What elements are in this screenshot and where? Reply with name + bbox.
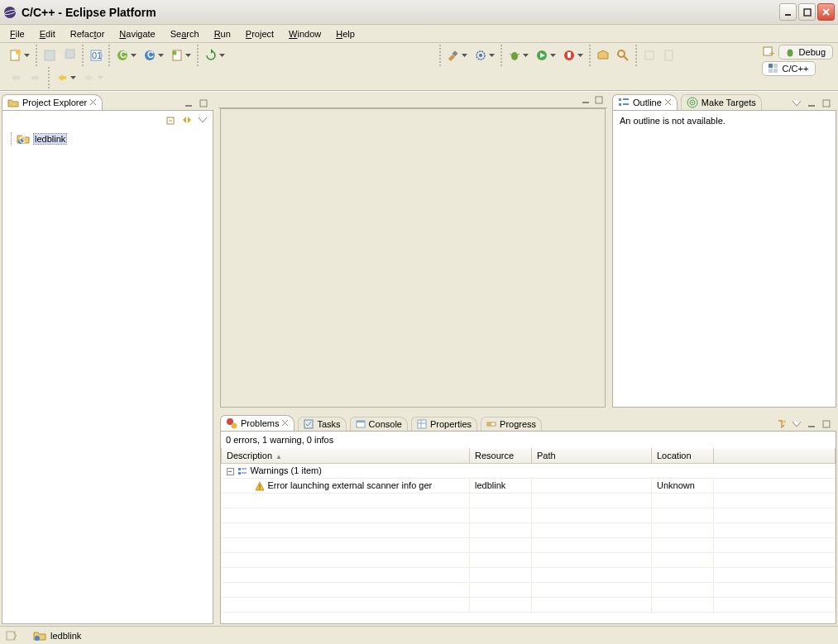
svg-rect-44 <box>200 100 207 107</box>
debug-button[interactable] <box>505 46 531 64</box>
svg-point-84 <box>35 636 40 641</box>
target-icon <box>687 97 698 108</box>
svg-point-63 <box>232 423 237 429</box>
problem-row[interactable]: Error launching external scanner info ge… <box>222 478 836 493</box>
outline-view: An outline is not available. <box>612 110 836 408</box>
open-type-button[interactable] <box>594 46 612 64</box>
svg-text:C: C <box>147 50 154 60</box>
nav-next-button <box>26 69 45 87</box>
svg-rect-38 <box>773 64 778 68</box>
menu-refactor[interactable]: Refactor <box>64 27 112 41</box>
editor-minimize-button[interactable] <box>579 93 592 107</box>
svg-rect-39 <box>769 69 773 73</box>
new-c-class-button[interactable]: C <box>113 46 139 64</box>
minimize-view-button[interactable] <box>182 97 195 110</box>
open-perspective-button[interactable]: + <box>762 45 775 59</box>
tree-item-ledblink[interactable]: C ledblink <box>17 132 209 145</box>
svg-rect-77 <box>238 468 241 470</box>
svg-rect-78 <box>242 468 247 470</box>
tab-properties[interactable]: Properties <box>411 417 477 431</box>
minimize-view-button[interactable] <box>805 97 818 110</box>
status-project-icon <box>33 630 46 642</box>
sort-asc-icon: ▲ <box>275 453 282 460</box>
menu-bar: File Edit Refactor Navigate Search Run P… <box>0 25 838 43</box>
minimize-button[interactable] <box>779 3 797 21</box>
view-menu-button[interactable] <box>196 113 209 126</box>
perspective-switcher: + Debug C/C++ <box>762 45 833 76</box>
tab-outline[interactable]: Outline <box>612 94 678 110</box>
view-menu-button[interactable] <box>790 417 803 431</box>
collapse-toggle[interactable]: − <box>227 468 234 475</box>
tab-progress[interactable]: Progress <box>481 417 542 431</box>
col-resource[interactable]: Resource <box>470 448 532 463</box>
search-button[interactable] <box>614 46 632 64</box>
maximize-view-button[interactable] <box>197 97 210 110</box>
config-button[interactable] <box>472 46 497 64</box>
menu-project[interactable]: Project <box>239 27 280 41</box>
tab-console[interactable]: Console <box>350 417 408 431</box>
col-path[interactable]: Path <box>532 448 652 463</box>
tab-project-explorer[interactable]: Project Explorer <box>2 94 103 110</box>
svg-point-36 <box>787 50 793 57</box>
menu-file[interactable]: File <box>3 27 31 41</box>
refresh-button[interactable] <box>202 46 227 64</box>
close-icon[interactable] <box>90 99 97 106</box>
menu-window[interactable]: Window <box>282 27 328 41</box>
link-editor-button[interactable] <box>180 113 194 126</box>
folder-nav-icon <box>7 97 19 108</box>
close-icon[interactable] <box>665 99 672 106</box>
properties-icon <box>417 419 427 429</box>
external-tools-button[interactable] <box>560 46 586 64</box>
menu-run[interactable]: Run <box>208 27 237 41</box>
perspective-debug[interactable]: Debug <box>778 45 833 60</box>
minimize-view-button[interactable] <box>805 417 818 431</box>
maximize-button[interactable] <box>798 3 816 21</box>
problems-group-row[interactable]: −Warnings (1 item) <box>222 463 836 478</box>
title-bar: C/C++ - Eclipse Platform <box>0 0 838 25</box>
tab-make-targets[interactable]: Make Targets <box>681 94 762 110</box>
col-description[interactable]: Description▲ <box>222 448 470 463</box>
col-location[interactable]: Location <box>652 448 714 463</box>
svg-rect-53 <box>619 103 621 106</box>
outline-title: Outline <box>633 98 662 107</box>
menu-help[interactable]: Help <box>329 27 362 41</box>
svg-rect-27 <box>567 52 571 58</box>
menu-navigate[interactable]: Navigate <box>113 27 161 41</box>
properties-label: Properties <box>430 419 472 429</box>
window-title: C/C++ - Eclipse Platform <box>22 6 779 19</box>
filter-button[interactable] <box>775 417 788 431</box>
close-button[interactable] <box>817 3 835 21</box>
maximize-view-button[interactable] <box>820 417 833 431</box>
svg-rect-33 <box>31 76 36 79</box>
perspective-ccpp[interactable]: C/C++ <box>762 61 816 76</box>
build-button[interactable] <box>444 46 470 64</box>
close-icon[interactable] <box>282 420 289 427</box>
new-button[interactable] <box>7 46 32 64</box>
problem-resource: ledblink <box>470 478 532 493</box>
svg-rect-52 <box>623 98 629 100</box>
tab-problems[interactable]: Problems <box>220 415 294 431</box>
progress-label: Progress <box>500 419 536 429</box>
menu-edit[interactable]: Edit <box>33 27 62 41</box>
new-source-button[interactable] <box>168 46 194 64</box>
problems-table[interactable]: Description▲ Resource Path Location −War… <box>221 448 836 613</box>
menu-search[interactable]: Search <box>164 27 206 41</box>
new-cpp-class-button[interactable]: C <box>141 46 166 64</box>
problem-location: Unknown <box>652 478 714 493</box>
editor-maximize-button[interactable] <box>592 93 606 107</box>
tab-tasks[interactable]: Tasks <box>298 417 346 431</box>
problems-label: Problems <box>241 418 279 428</box>
svg-rect-54 <box>623 103 629 105</box>
svg-rect-30 <box>645 51 654 60</box>
console-label: Console <box>369 419 402 429</box>
outline-message: An outline is not available. <box>613 111 836 131</box>
status-left-icon[interactable] <box>5 630 18 642</box>
run-button[interactable] <box>533 46 558 64</box>
collapse-all-button[interactable] <box>165 113 178 126</box>
back-button[interactable] <box>53 69 79 87</box>
binary-button[interactable]: 010 <box>87 46 105 64</box>
project-tree[interactable]: C ledblink <box>2 129 213 149</box>
tree-item-label: ledblink <box>33 133 67 145</box>
maximize-view-button[interactable] <box>820 97 833 110</box>
view-menu-button[interactable] <box>790 97 803 110</box>
